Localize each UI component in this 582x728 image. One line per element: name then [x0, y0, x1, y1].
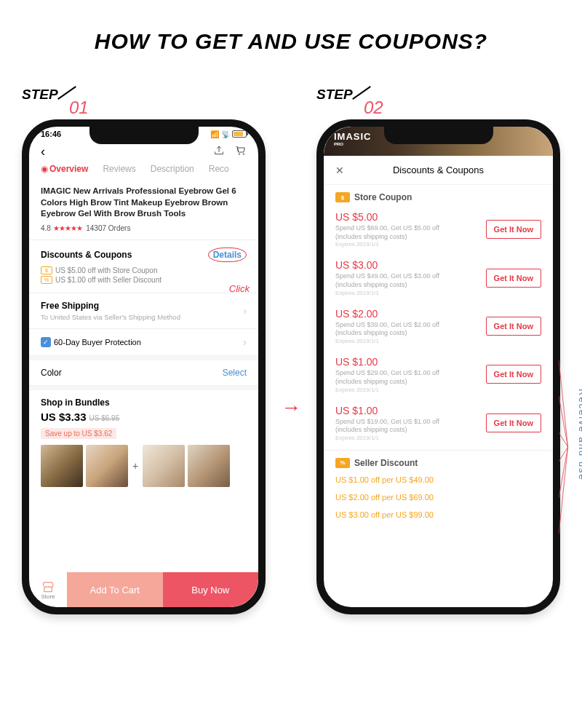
coupon-amount: US $5.00 — [335, 211, 439, 223]
bundle-price: US $3.33US $6.95 — [41, 411, 247, 423]
get-it-now-button[interactable]: Get It Now — [486, 317, 541, 336]
status-time: 16:46 — [41, 130, 61, 138]
seller-discount-line: US $2.00 off per US $69.00 — [324, 488, 553, 506]
get-it-now-button[interactable]: Get It Now — [486, 220, 541, 239]
phone-notch — [384, 127, 493, 144]
coupon-amount: US $2.00 — [335, 308, 439, 320]
coupon-row: US $1.00 Spend US $19.00, Get US $1.00 o… — [324, 399, 553, 447]
receive-and-use-label: Receive and use — [577, 389, 582, 481]
phone-mockup-1: 16:46 📶 📡 ‹ — [22, 119, 266, 614]
phone-mockup-2: IMASICPRO ✕ Discounts & Coupons $ Store … — [316, 119, 560, 614]
free-shipping-sub: To United States via Seller's Shipping M… — [41, 313, 180, 321]
free-shipping-label[interactable]: Free Shipping — [41, 301, 180, 311]
chevron-right-icon: › — [243, 336, 247, 348]
seller-discount-line: US $1.00 off per US $49.00 — [324, 471, 553, 488]
dollar-badge-icon: $ — [335, 192, 350, 202]
dollar-badge-icon: $ — [41, 266, 52, 274]
bundle-image-4[interactable] — [188, 445, 230, 487]
product-tabs: ◉Overview Reviews Description Reco — [29, 164, 258, 178]
bundle-image-2[interactable] — [86, 445, 128, 487]
back-button[interactable]: ‹ — [41, 144, 45, 159]
coupons-sheet-title: Discounts & Coupons — [393, 165, 484, 175]
coupon-line-2: % US $1.00 off with Seller Discount — [41, 276, 247, 284]
tab-reviews[interactable]: Reviews — [103, 164, 135, 174]
coupon-line-1: $ US $5.00 off with Store Coupon — [41, 266, 247, 274]
coupon-expiry: Expires 2019/1/1 — [335, 387, 439, 393]
discounts-coupons-header: Discounts & Coupons — [41, 250, 132, 260]
get-it-now-button[interactable]: Get It Now — [486, 414, 541, 432]
step-1-number: 01 — [69, 98, 89, 118]
shield-icon: ✓ — [41, 337, 51, 347]
share-icon[interactable] — [213, 145, 225, 159]
coupon-description: Spend US $29.00, Get US $1.00 off(includ… — [335, 369, 439, 386]
bundle-save-badge: Save up to US $3.62 — [41, 428, 116, 439]
shop-in-bundles-header: Shop in Bundles — [41, 397, 247, 408]
coupon-row: US $1.00 Spend US $29.00, Get US $1.00 o… — [324, 350, 553, 398]
coupon-row: US $3.00 Spend US $49.00, Get US $3.00 o… — [324, 253, 553, 301]
converge-bracket-icon — [559, 352, 572, 542]
product-rating: 4.8 ★★★★★ 14307 Orders — [41, 224, 247, 232]
color-label: Color — [41, 368, 62, 378]
chevron-right-icon: › — [243, 305, 247, 317]
signal-icon: 📶 — [210, 130, 219, 138]
brand-logo: IMASICPRO — [334, 131, 372, 146]
coupon-expiry: Expires 2019/1/1 — [335, 338, 439, 344]
coupon-description: Spend US $19.00, Get US $1.00 off(includ… — [335, 418, 439, 435]
seller-discount-header: Seller Discount — [354, 458, 418, 468]
tab-overview[interactable]: ◉Overview — [41, 164, 88, 174]
coupon-amount: US $1.00 — [335, 405, 439, 416]
select-color-button[interactable]: Select — [223, 368, 247, 378]
coupon-expiry: Expires 2019/1/1 — [335, 435, 439, 441]
tab-recommendations[interactable]: Reco — [209, 164, 229, 174]
coupon-amount: US $1.00 — [335, 356, 439, 368]
arrow-right-icon: → — [281, 396, 301, 419]
page-title: HOW TO GET AND USE COUPONS? — [0, 0, 582, 76]
step-1-label: STEP — [22, 87, 58, 103]
coupon-description: Spend US $39.00, Get US $2.00 off(includ… — [335, 321, 439, 338]
coupon-amount: US $3.00 — [335, 259, 439, 271]
buyer-protection-label[interactable]: 60-Day Buyer Protection — [54, 338, 141, 347]
pin-icon: ◉ — [41, 164, 48, 174]
close-button[interactable]: ✕ — [335, 165, 344, 176]
step-2-number: 02 — [364, 98, 383, 118]
buy-now-button[interactable]: Buy Now — [163, 572, 259, 607]
store-label: Store — [41, 593, 55, 600]
coupon-expiry: Expires 2019/1/1 — [335, 290, 439, 296]
coupon-description: Spend US $49.00, Get US $3.00 off(includ… — [335, 272, 439, 289]
seller-discount-line: US $3.00 off per US $99.00 — [324, 506, 553, 523]
bundle-image-3[interactable] — [143, 445, 185, 487]
tab-description[interactable]: Description — [151, 164, 194, 174]
coupon-description: Spend US $69.00, Get US $5.00 off(includ… — [335, 224, 439, 241]
details-link[interactable]: Details — [208, 248, 247, 262]
click-annotation: Click — [229, 283, 250, 294]
battery-icon — [232, 130, 247, 138]
percent-badge-icon: % — [41, 276, 52, 284]
product-title: IMAGIC New Arrivals Professional Eyebrow… — [41, 186, 247, 220]
get-it-now-button[interactable]: Get It Now — [486, 269, 541, 288]
coupon-row: US $5.00 Spend US $69.00, Get US $5.00 o… — [324, 205, 553, 253]
store-button[interactable]: Store — [29, 572, 67, 607]
coupon-row: US $2.00 Spend US $39.00, Get US $2.00 o… — [324, 302, 553, 350]
get-it-now-button[interactable]: Get It Now — [486, 365, 541, 384]
store-coupon-header: Store Coupon — [354, 192, 412, 202]
percent-badge-icon: % — [335, 458, 350, 468]
coupon-expiry: Expires 2019/1/1 — [335, 241, 439, 248]
add-to-cart-button[interactable]: Add To Cart — [67, 572, 163, 607]
plus-icon: + — [132, 460, 138, 472]
bundle-image-1[interactable] — [41, 445, 83, 487]
step-2-label: STEP — [316, 87, 353, 103]
cart-icon[interactable] — [235, 145, 247, 159]
bundle-old-price: US $6.95 — [89, 414, 120, 422]
wifi-icon: 📡 — [221, 130, 230, 138]
phone-notch — [89, 127, 199, 144]
stars-icon: ★★★★★ — [53, 224, 82, 232]
